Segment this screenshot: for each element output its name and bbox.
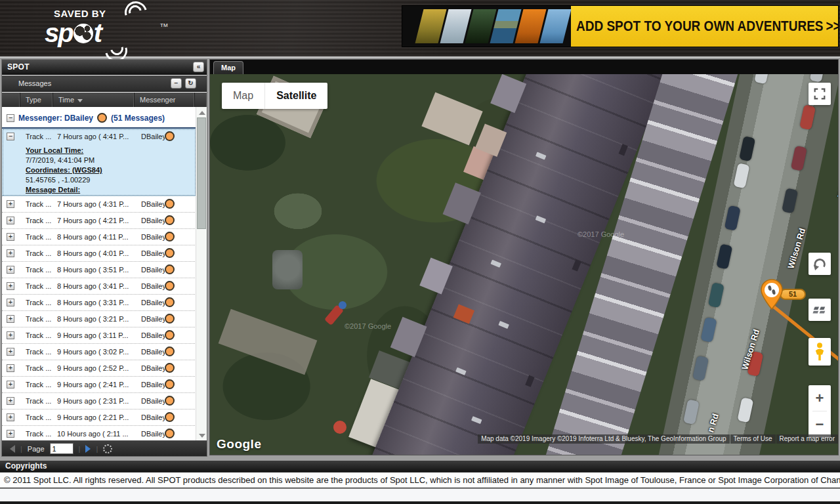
- message-row[interactable]: Track ...8 Hours ago ( 3:51 P...DBailey: [2, 262, 196, 278]
- message-row[interactable]: Track ...9 Hours ago ( 2:41 P...DBailey: [2, 377, 196, 393]
- column-messenger[interactable]: Messenger: [135, 93, 195, 107]
- fullscreen-button[interactable]: [808, 83, 831, 105]
- local-time-link[interactable]: Your Local Time:: [26, 146, 102, 156]
- collapse-group-icon[interactable]: [7, 114, 14, 122]
- maptype-map-button[interactable]: Map: [222, 83, 265, 109]
- footer-space: [0, 489, 840, 501]
- expand-icon[interactable]: [7, 381, 14, 388]
- rotate-icon: [812, 257, 827, 271]
- message-time: 9 Hours ago ( 2:52 P...: [57, 364, 140, 372]
- expand-icon[interactable]: [7, 266, 14, 274]
- message-row[interactable]: Track ...8 Hours ago ( 4:01 P...DBailey: [2, 245, 196, 262]
- expand-icon[interactable]: [7, 348, 14, 356]
- message-detail-link[interactable]: Message Detail:: [26, 185, 102, 195]
- message-row[interactable]: Track ...9 Hours ago ( 3:02 P...DBailey: [2, 344, 196, 360]
- expand-icon[interactable]: [7, 397, 14, 405]
- panel-title: SPOT: [7, 62, 30, 72]
- expand-icon[interactable]: [7, 413, 14, 421]
- expand-icon[interactable]: [7, 249, 14, 257]
- terms-of-use-link[interactable]: Terms of Use: [730, 434, 776, 444]
- loading-spinner-icon: [103, 444, 112, 453]
- expand-icon[interactable]: [7, 299, 14, 306]
- message-messenger: DBailey: [141, 249, 165, 257]
- message-time: 8 Hours ago ( 4:11 P...: [57, 233, 140, 241]
- message-type: Track ...: [26, 217, 56, 224]
- expand-icon[interactable]: [7, 233, 14, 241]
- zoom-in-button[interactable]: +: [808, 385, 831, 411]
- message-row[interactable]: Track ...8 Hours ago ( 4:11 P...DBailey: [2, 229, 196, 245]
- track-marker[interactable]: [760, 279, 784, 310]
- column-time[interactable]: Time: [53, 93, 135, 107]
- page-input[interactable]: [50, 443, 74, 454]
- message-count-badge[interactable]: 51: [780, 289, 806, 300]
- message-time: 9 Hours ago ( 2:31 P...: [57, 397, 140, 405]
- expand-icon[interactable]: [7, 282, 14, 290]
- message-row[interactable]: Track ...9 Hours ago ( 2:52 P...DBailey: [2, 360, 196, 377]
- ad-text: ADD SPOT TO YOUR OWN ADVENTURES: [571, 18, 824, 34]
- collapse-message-icon[interactable]: [7, 133, 14, 140]
- message-type: Track ...: [26, 331, 56, 339]
- ad-banner[interactable]: ADD SPOT TO YOUR OWN ADVENTURES >>: [402, 5, 839, 47]
- message-time: 8 Hours ago ( 3:41 P...: [57, 282, 140, 290]
- rotate-button[interactable]: [808, 253, 831, 275]
- message-messenger: DBailey: [141, 381, 165, 388]
- coordinates-link[interactable]: Coordinates: (WGS84): [26, 165, 102, 175]
- expand-icon[interactable]: [7, 200, 14, 208]
- messenger-dot-icon: [165, 314, 175, 324]
- message-row[interactable]: Track ...9 Hours ago ( 2:21 P...DBailey: [2, 410, 196, 426]
- collapse-panel-button[interactable]: [193, 62, 204, 72]
- message-row[interactable]: Track ...7 Hours ago ( 4:21 P...DBailey: [2, 213, 196, 229]
- group-count: (51 Messages): [111, 114, 165, 123]
- scrollbar[interactable]: [196, 107, 207, 442]
- tilt-45-button[interactable]: [808, 299, 831, 321]
- message-row[interactable]: Track ...8 Hours ago ( 3:41 P...DBailey: [2, 278, 196, 295]
- garden-wall: [219, 309, 318, 375]
- messenger-dot-icon: [165, 232, 175, 242]
- zoom-out-button[interactable]: −: [808, 411, 831, 437]
- expand-icon[interactable]: [7, 217, 14, 224]
- scroll-up-icon[interactable]: [199, 111, 205, 115]
- copyrights-header: Copyrights: [0, 461, 840, 472]
- spot-logo[interactable]: SAVED BY spt TM: [38, 5, 176, 55]
- scroll-thumb[interactable]: [197, 117, 206, 229]
- expand-icon[interactable]: [7, 331, 14, 339]
- refresh-button[interactable]: [185, 78, 196, 89]
- messenger-dot-icon: [165, 199, 175, 209]
- message-row[interactable]: Track ...8 Hours ago ( 3:21 P...DBailey: [2, 311, 196, 327]
- messenger-group-row[interactable]: Messenger: DBailey (51 Messages): [2, 107, 196, 129]
- message-messenger: DBailey: [141, 299, 165, 306]
- page: SAVED BY spt TM ADD SPOT TO YOUR OWN ADV…: [0, 0, 840, 504]
- message-type: Track ...: [26, 397, 56, 405]
- scroll-down-icon[interactable]: [199, 434, 205, 438]
- tab-map[interactable]: Map: [213, 61, 243, 74]
- local-time-value: 7/7/2019, 4:41:04 PM: [26, 156, 102, 165]
- expanded-message-row[interactable]: Track ... 7 Hours ago ( 4:41 P... DBaile…: [2, 129, 196, 196]
- message-row[interactable]: Track ...7 Hours ago ( 4:31 P...DBailey: [2, 196, 196, 213]
- google-logo[interactable]: Google: [217, 437, 261, 452]
- message-type: Track ...: [26, 133, 56, 140]
- message-row[interactable]: Track ...9 Hours ago ( 2:31 P...DBailey: [2, 393, 196, 410]
- message-messenger: DBailey: [141, 331, 165, 339]
- maptype-satellite-button[interactable]: Satellite: [265, 83, 327, 109]
- expand-icon[interactable]: [7, 364, 14, 372]
- message-type: Track ...: [26, 282, 56, 290]
- column-type[interactable]: Type: [20, 93, 53, 107]
- fullscreen-icon: [812, 87, 827, 101]
- message-row[interactable]: Track ...8 Hours ago ( 3:31 P...DBailey: [2, 295, 196, 311]
- next-page-button[interactable]: [85, 445, 91, 453]
- minimize-button[interactable]: [171, 78, 182, 89]
- message-row[interactable]: Track ...9 Hours ago ( 3:11 P...DBailey: [2, 327, 196, 344]
- expand-icon[interactable]: [7, 315, 14, 323]
- pagination-bar: | Page | |: [2, 440, 207, 456]
- pegman-button[interactable]: [808, 338, 831, 366]
- message-time: 9 Hours ago ( 2:41 P...: [57, 381, 140, 388]
- signal-arc-icon: [121, 0, 151, 28]
- prev-page-button[interactable]: [10, 445, 15, 453]
- expand-icon[interactable]: [7, 430, 14, 438]
- map-canvas[interactable]: ©2017 Google ©2017 Google Wilson Rd Wils…: [210, 74, 838, 455]
- message-row[interactable]: Track ...10 Hours ago ( 2:11 ...DBailey: [2, 426, 196, 442]
- spot-panel: SPOT Messages Type Time Messenger Messen…: [1, 59, 207, 457]
- messenger-dot-icon: [165, 281, 175, 291]
- report-error-link[interactable]: Report a map error: [776, 434, 838, 444]
- tilt-icon: [812, 303, 827, 317]
